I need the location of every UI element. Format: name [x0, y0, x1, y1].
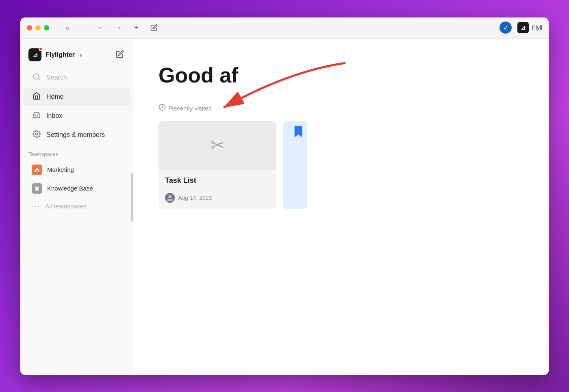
dots-icon: ···: [32, 202, 40, 210]
main-layout: ⊿ Flylighter ∨: [20, 39, 549, 375]
notification-dot: [39, 47, 43, 51]
back-button[interactable]: ←: [94, 21, 107, 34]
svg-point-0: [34, 74, 39, 79]
compose-button[interactable]: [148, 21, 161, 34]
workspace-area[interactable]: ⊿ Flylighter ∨: [28, 48, 83, 61]
nav-controls: ← → +: [94, 21, 161, 34]
knowledge-base-label: Knowledge Base: [47, 185, 93, 192]
main-content: Good af Recently visited: [134, 39, 549, 375]
settings-icon: [32, 130, 41, 140]
nav-item-search[interactable]: Search: [24, 69, 130, 87]
clock-icon: [159, 104, 166, 113]
teamspace-item-knowledge-base[interactable]: 📋 Knowledge Base: [24, 180, 130, 197]
scroll-indicator[interactable]: [131, 173, 133, 222]
close-button[interactable]: [27, 25, 32, 30]
card-task-list[interactable]: ✂ Task List: [159, 121, 276, 209]
all-teamspaces-label: All teamspaces: [45, 203, 87, 210]
inbox-label: Inbox: [46, 112, 62, 119]
bookmark-icon: [294, 126, 302, 140]
forward-button[interactable]: →: [112, 21, 125, 34]
svg-line-1: [38, 78, 40, 80]
all-teamspaces-item[interactable]: ··· All teamspaces: [24, 198, 130, 214]
nav-item-inbox[interactable]: Inbox: [24, 107, 130, 125]
search-icon: [32, 73, 41, 83]
new-tab-button[interactable]: +: [130, 21, 143, 34]
sidebar-header: ⊿ Flylighter ∨: [20, 45, 134, 68]
workspace-chevron-icon: ∨: [79, 52, 83, 58]
card-date: Aug 14, 2023: [178, 195, 212, 201]
settings-label: Settings & members: [46, 131, 105, 139]
greeting-text: Good af: [159, 63, 524, 87]
greeting-section: Good af: [134, 39, 549, 104]
sidebar: ⊿ Flylighter ∨: [20, 39, 134, 375]
app-window: « ← → + ✓ ⊿ Flyli: [20, 17, 549, 375]
recently-visited-section: Recently visited ✂ Task List: [134, 104, 549, 209]
home-label: Home: [46, 93, 64, 100]
teamspaces-section-label: Teamspaces: [20, 145, 134, 160]
home-icon: [32, 92, 41, 102]
svg-point-2: [36, 133, 38, 135]
card-header: ✂: [159, 121, 276, 170]
author-avatar: [165, 193, 175, 203]
knowledge-base-icon: 📋: [32, 183, 42, 194]
workspace-name-titlebar: Flyli: [532, 24, 542, 31]
teamspace-item-marketing[interactable]: 🏠 Marketing: [24, 161, 130, 179]
verified-icon: ✓: [500, 22, 512, 34]
traffic-lights: [27, 25, 49, 30]
nav-item-settings[interactable]: Settings & members: [24, 126, 130, 144]
recently-visited-header: Recently visited: [159, 104, 524, 113]
marketing-icon: 🏠: [32, 165, 42, 175]
nav-item-home[interactable]: Home: [24, 88, 130, 106]
marketing-label: Marketing: [47, 166, 74, 173]
inbox-icon: [32, 111, 41, 121]
card-body: Task List Aug 14, 2023: [159, 170, 276, 209]
maximize-button[interactable]: [44, 25, 49, 30]
card-title: Task List: [165, 176, 270, 185]
sidebar-logo: ⊿: [28, 48, 41, 61]
card-meta: Aug 14, 2023: [165, 193, 270, 203]
sidebar-compose-button[interactable]: [114, 48, 126, 62]
card-partial[interactable]: [283, 121, 307, 209]
collapse-sidebar-button[interactable]: «: [62, 22, 73, 34]
workspace-logo-titlebar: ⊿: [517, 22, 529, 33]
minimize-button[interactable]: [35, 25, 41, 30]
cards-row: ✂ Task List: [159, 121, 524, 209]
title-bar: « ← → + ✓ ⊿ Flyli: [20, 17, 549, 39]
recently-visited-label: Recently visited: [169, 105, 212, 112]
scissors-icon: ✂: [211, 135, 225, 155]
sidebar-workspace-name: Flylighter: [46, 51, 75, 58]
svg-point-6: [168, 195, 172, 198]
search-label: Search: [46, 74, 67, 81]
